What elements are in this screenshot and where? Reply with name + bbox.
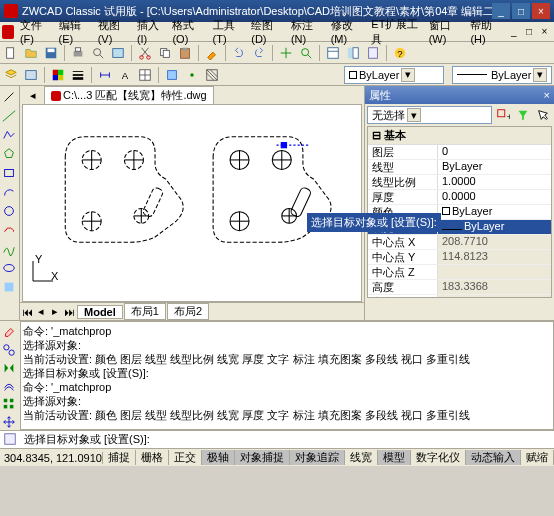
circle-button[interactable] [0,202,18,220]
group-basic[interactable]: ⊟ 基本 [368,127,551,145]
menu-insert[interactable]: 插入(I) [133,16,169,47]
grid-button[interactable]: 栅格 [136,450,169,465]
matchprop-button[interactable] [203,44,221,62]
open-button[interactable] [22,44,40,62]
polar-button[interactable]: 极轴 [202,450,235,465]
doc-min-button[interactable]: _ [506,24,521,40]
copy-button[interactable] [156,44,174,62]
doc-close-button[interactable]: × [537,24,552,40]
maximize-button[interactable]: □ [512,3,530,19]
erase-button[interactable] [0,323,18,340]
arc-button[interactable] [0,183,18,201]
command-input[interactable] [20,434,554,446]
menu-modify[interactable]: 修改(M) [327,16,368,47]
properties-button[interactable] [324,44,342,62]
tab-first-button[interactable]: ⏮ [20,305,34,319]
tab-prev2-button[interactable]: ◂ [34,305,48,319]
svg-line-45 [3,111,15,122]
linetype-combo[interactable]: ByLayer▾ [452,66,552,84]
menu-format[interactable]: 格式(O) [168,16,208,47]
snap-button[interactable]: 捕捉 [103,450,136,465]
tab-prev-button[interactable]: ◂ [24,86,42,104]
tab-next-button[interactable]: ▸ [48,305,62,319]
model-tab[interactable]: Model [77,305,123,319]
menu-view[interactable]: 视图(V) [94,16,133,47]
paste-button[interactable] [176,44,194,62]
rect-button[interactable] [0,164,18,182]
point-button[interactable] [183,66,201,84]
revcloud-button[interactable] [0,221,18,239]
dyn-button[interactable]: 动态输入 [466,450,521,465]
ellipse-button[interactable] [0,259,18,277]
command-history[interactable]: 命令: '_matchprop 选择源对象: 当前活动设置: 颜色 图层 线型 … [20,321,554,430]
zoom-button[interactable] [297,44,315,62]
dim-button[interactable] [96,66,114,84]
digi-button[interactable]: 数字化仪 [411,450,466,465]
polygon-button[interactable] [0,145,18,163]
toolpalette-button[interactable] [364,44,382,62]
offset-button[interactable] [0,377,18,394]
pick-add-button[interactable]: + [494,106,512,124]
text-button[interactable]: A [116,66,134,84]
svg-rect-25 [58,69,63,74]
properties-header[interactable]: 属性 × [365,86,554,104]
drawing-canvas[interactable]: 选择目标对象或 [设置(S)]: YX [22,104,362,302]
pan-button[interactable] [277,44,295,62]
model-button[interactable]: 模型 [378,450,411,465]
designcenter-button[interactable] [344,44,362,62]
tab-last-button[interactable]: ⏭ [62,305,76,319]
print-button[interactable] [69,44,87,62]
block-button[interactable] [163,66,181,84]
menu-edit[interactable]: 编辑(E) [55,16,94,47]
svg-text:+: + [507,111,511,122]
preview-button[interactable] [89,44,107,62]
menu-tools[interactable]: 工具(T) [209,16,248,47]
quick-select-button[interactable] [514,106,532,124]
layer-state-button[interactable] [22,66,40,84]
help-button[interactable]: ? [391,44,409,62]
svg-rect-82 [498,110,505,117]
selection-combo[interactable]: 无选择▾ [367,106,492,124]
scale-button[interactable]: 赋缩 [521,450,554,465]
copy2-button[interactable] [0,341,18,358]
menu-help[interactable]: 帮助(H) [466,16,506,47]
insert-button[interactable] [0,278,18,296]
new-button[interactable] [2,44,20,62]
doc-max-button[interactable]: □ [521,24,536,40]
menu-draw[interactable]: 绘图(D) [247,16,287,47]
document-tab[interactable]: C:\...3 匹配【线宽】特性.dwg [44,86,214,104]
svg-point-47 [5,207,14,216]
color-button[interactable] [49,66,67,84]
properties-grid[interactable]: ⊟ 基本 图层0 线型ByLayer 线型比例1.0000 厚度0.0000 颜… [367,126,552,298]
line-button[interactable] [0,88,18,106]
redo-button[interactable] [250,44,268,62]
save-button[interactable] [42,44,60,62]
move-button[interactable] [0,413,18,430]
table-button[interactable] [136,66,154,84]
lwt-button[interactable]: 线宽 [345,450,378,465]
mirror-button[interactable] [0,359,18,376]
xline-button[interactable] [0,107,18,125]
undo-button[interactable] [230,44,248,62]
otrack-button[interactable]: 对象追踪 [290,450,345,465]
lineweight-button[interactable] [69,66,87,84]
color-combo[interactable]: ByLayer▾ [344,66,444,84]
panel-close-icon[interactable]: × [544,89,550,101]
pline-button[interactable] [0,126,18,144]
document-tabs: ◂ C:\...3 匹配【线宽】特性.dwg [20,86,364,104]
ortho-button[interactable]: 正交 [169,450,202,465]
coords-display[interactable]: 304.8345, 121.0910, 0.0000 [0,452,103,464]
osnap-button[interactable]: 对象捕捉 [235,450,290,465]
close-button[interactable]: × [532,3,550,19]
svg-text:Y: Y [35,255,43,265]
layers-button[interactable] [2,66,20,84]
menu-file[interactable]: 文件(F) [16,16,55,47]
select-objects-button[interactable] [534,106,552,124]
menu-dim[interactable]: 标注(N) [287,16,327,47]
spline-button[interactable] [0,240,18,258]
array-button[interactable] [0,395,18,412]
menu-window[interactable]: 窗口(W) [425,16,467,47]
publish-button[interactable] [109,44,127,62]
cut-button[interactable] [136,44,154,62]
hatch-button[interactable] [203,66,221,84]
